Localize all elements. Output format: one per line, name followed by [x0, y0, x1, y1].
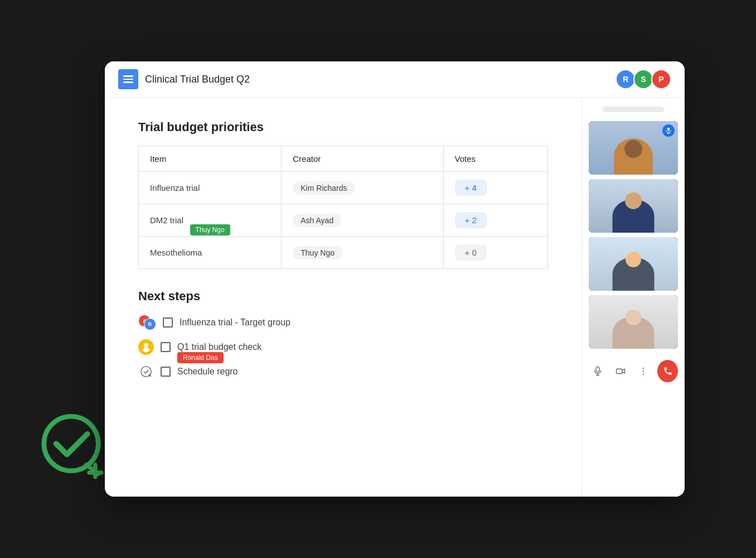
creator-chip: Kim Richards — [293, 181, 355, 195]
row3-item-cell: Thuy Ngo Mesothelioma — [139, 237, 282, 269]
video-tile-4 — [589, 295, 678, 349]
step-text-wrapper: Ronald Das Schedule regro — [177, 367, 238, 377]
content-area: Trial budget priorities Item Creator Vot… — [105, 98, 685, 497]
video-tile-3 — [589, 237, 678, 291]
svg-point-17 — [643, 371, 644, 372]
priorities-table: Item Creator Votes Influenza trial Kim R… — [138, 146, 548, 269]
step-text: Q1 trial budget check — [177, 342, 261, 352]
step-text: Schedule regro — [177, 367, 238, 377]
doc-content: Trial budget priorities Item Creator Vot… — [105, 98, 581, 497]
single-avatar — [138, 339, 154, 355]
camera-button[interactable] — [612, 362, 629, 381]
table-row: Influenza trial Kim Richards + 4 — [139, 172, 548, 204]
avatar-group: R S P — [618, 69, 671, 89]
step-text: Influenza trial - Target group — [180, 318, 290, 328]
next-steps-list: A B Influenza trial - Target group — [138, 315, 548, 379]
add-task-icon — [138, 364, 154, 379]
video-tile-1 — [589, 121, 678, 175]
row2-votes: + 2 — [443, 204, 547, 237]
participant-face-3 — [589, 237, 678, 291]
creator-chip: Ash Ayad — [293, 214, 341, 227]
vote-chip[interactable]: + 4 — [455, 180, 487, 196]
end-call-button[interactable] — [657, 360, 678, 382]
ronald-das-tooltip: Ronald Das — [177, 352, 224, 363]
vote-chip[interactable]: + 0 — [455, 244, 487, 261]
avatar-s[interactable]: S — [633, 69, 653, 89]
participant-face-4 — [589, 295, 678, 349]
svg-rect-9 — [667, 128, 670, 131]
section2-heading: Next steps — [138, 289, 548, 304]
more-options-button[interactable] — [634, 362, 652, 381]
col-votes: Votes — [443, 146, 547, 172]
svg-point-5 — [143, 348, 149, 352]
row1-item: Influenza trial — [139, 172, 282, 204]
doc-icon-lines — [123, 75, 133, 83]
section1-heading: Trial budget priorities — [138, 120, 548, 134]
svg-point-18 — [643, 373, 644, 374]
header-title: Clinical Trial Budget Q2 — [145, 74, 250, 85]
row2-creator: Ash Ayad — [282, 204, 443, 237]
col-item: Item — [139, 146, 282, 172]
doc-icon — [118, 69, 138, 89]
video-panel — [581, 98, 685, 497]
row3-item: Mesothelioma — [150, 248, 202, 257]
multi-avatar: A B — [138, 315, 156, 330]
avatar-p[interactable]: P — [651, 69, 671, 89]
row3-creator: Thuy Ngo — [282, 237, 443, 269]
header-left: Clinical Trial Budget Q2 — [118, 69, 250, 89]
video-search-bar — [603, 107, 664, 112]
svg-point-16 — [643, 368, 644, 369]
checkbox[interactable] — [163, 318, 173, 328]
checkbox[interactable] — [161, 342, 171, 352]
row1-creator: Kim Richards — [282, 172, 443, 204]
list-item: A B Influenza trial - Target group — [138, 315, 548, 330]
creator-chip: Thuy Ngo — [293, 246, 342, 259]
mic-active-badge — [662, 124, 675, 137]
participant-face-2 — [589, 179, 678, 233]
avatar-r[interactable]: R — [616, 69, 636, 89]
call-controls — [589, 355, 678, 387]
svg-point-6 — [141, 367, 151, 377]
row3-votes: + 0 — [443, 237, 547, 269]
col-creator: Creator — [282, 146, 443, 172]
svg-point-4 — [144, 343, 148, 348]
svg-rect-12 — [596, 367, 599, 372]
checkbox[interactable] — [161, 367, 171, 377]
main-window: Clinical Trial Budget Q2 R S P Trial bud… — [105, 61, 685, 497]
header: Clinical Trial Budget Q2 R S P — [105, 61, 685, 98]
thuy-ngo-tooltip: Thuy Ngo — [190, 224, 230, 235]
avatar-2: B — [144, 318, 156, 330]
video-tile-2 — [589, 179, 678, 233]
list-item: Ronald Das Schedule regro — [138, 364, 548, 379]
svg-point-0 — [44, 416, 99, 471]
row1-votes: + 4 — [443, 172, 547, 204]
check-complete-icon — [38, 407, 110, 480]
table-row: Thuy Ngo Mesothelioma Thuy Ngo + 0 — [139, 237, 548, 269]
vote-chip[interactable]: + 2 — [455, 212, 487, 228]
mic-button[interactable] — [589, 362, 606, 381]
svg-rect-15 — [616, 369, 622, 373]
